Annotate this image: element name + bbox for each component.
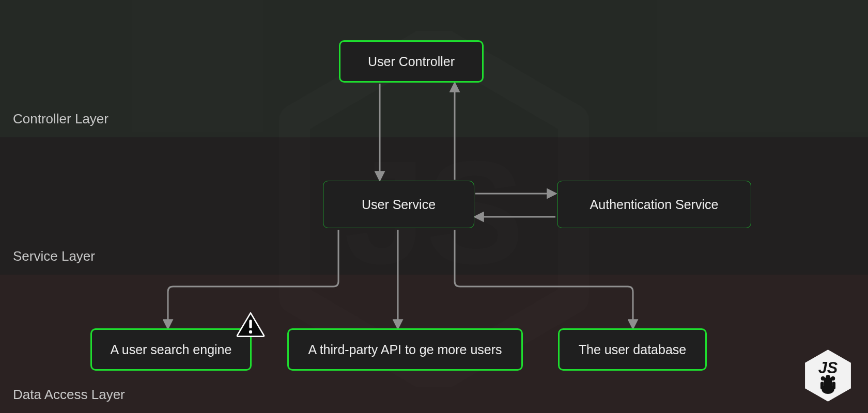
svg-point-8 [249, 330, 252, 333]
svg-text:JS: JS [818, 359, 838, 377]
node-user-service: User Service [323, 181, 474, 228]
node-user-database: The user database [558, 328, 707, 371]
node-auth-service: Authentication Service [557, 181, 751, 228]
node-label: User Controller [368, 54, 455, 69]
svg-point-15 [821, 376, 825, 380]
svg-rect-12 [824, 378, 832, 387]
node-user-controller: User Controller [339, 40, 484, 83]
svg-point-16 [826, 375, 830, 379]
node-label: The user database [579, 342, 686, 357]
svg-rect-14 [832, 382, 835, 390]
node-search-engine: A user search engine [90, 328, 252, 371]
svg-rect-13 [820, 382, 824, 390]
node-label: A user search engine [111, 342, 232, 357]
service-layer-label: Service Layer [13, 248, 95, 264]
data-layer-label: Data Access Layer [13, 387, 125, 403]
nodejs-logo-icon: JS [801, 348, 855, 403]
warning-icon [236, 311, 265, 337]
node-label: User Service [362, 197, 436, 212]
diagram-stage: JS Controller Layer Service Layer Data A… [0, 0, 868, 413]
node-third-party-api: A third-party API to ge more users [287, 328, 523, 371]
controller-layer-label: Controller Layer [13, 111, 109, 127]
node-label: A third-party API to ge more users [308, 342, 502, 357]
svg-rect-7 [249, 320, 252, 328]
node-label: Authentication Service [590, 197, 719, 212]
svg-point-17 [831, 376, 835, 380]
